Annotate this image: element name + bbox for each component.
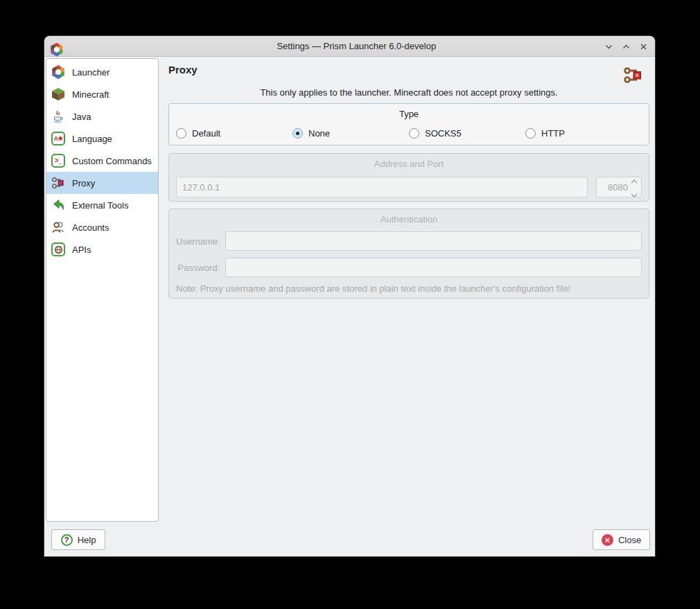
radio-option-default[interactable]: Default (176, 128, 292, 139)
prism-logo-icon (51, 64, 66, 80)
maximize-icon[interactable] (621, 42, 631, 51)
sidebar-item-custom-commands[interactable]: >_ Custom Commands (46, 150, 158, 172)
terminal-icon: >_ (51, 153, 66, 168)
radio-option-socks5[interactable]: SOCKS5 (409, 128, 525, 139)
radio-default-indicator (176, 128, 186, 139)
group-title-type: Type (176, 109, 642, 119)
close-button-label: Close (618, 535, 641, 545)
username-input (225, 231, 642, 251)
external-tools-arrow-icon (51, 197, 66, 213)
sidebar-item-proxy[interactable]: Proxy (46, 172, 158, 194)
address-port-group: Address and Port 8080 (168, 153, 649, 202)
proxy-info-note: This only applies to the launcher. Minec… (168, 87, 649, 98)
accounts-person-icon (51, 220, 66, 235)
radio-option-http[interactable]: HTTP (525, 128, 642, 139)
proxy-address-input (176, 177, 588, 197)
spin-up-icon (631, 174, 638, 186)
auth-plaintext-note: Note: Proxy username and password are st… (176, 283, 642, 294)
group-title-address-port: Address and Port (176, 159, 642, 169)
help-button-label: Help (78, 535, 96, 545)
password-label: Password: (176, 263, 220, 273)
close-window-icon[interactable] (638, 42, 648, 51)
proxy-nodes-icon (51, 175, 66, 191)
sidebar-item-java[interactable]: Java (46, 105, 158, 127)
window-controls (604, 36, 648, 57)
password-input (225, 258, 642, 277)
settings-window: Settings — Prism Launcher 6.0-develop La… (44, 36, 655, 556)
proxy-port-value: 8080 (608, 182, 628, 193)
radio-http-indicator (525, 128, 536, 139)
titlebar[interactable]: Settings — Prism Launcher 6.0-develop (44, 36, 655, 57)
group-title-authentication: Authentication (176, 214, 642, 224)
proxy-type-group: Type Default None SOCKS5 (168, 103, 649, 145)
close-button[interactable]: × Close (593, 529, 650, 550)
globe-icon (51, 242, 66, 257)
translate-icon: A✱ (51, 131, 66, 146)
close-icon: × (602, 534, 613, 546)
sidebar-item-external-tools[interactable]: External Tools (46, 194, 158, 216)
page-title: Proxy (168, 64, 649, 76)
spin-down-icon (631, 188, 638, 200)
minimize-icon[interactable] (604, 42, 613, 51)
radio-option-none[interactable]: None (292, 128, 409, 139)
sidebar-item-language[interactable]: A✱ Language (46, 127, 158, 150)
help-button[interactable]: ? Help (51, 529, 105, 550)
desktop-background: Settings — Prism Launcher 6.0-develop La… (0, 0, 700, 609)
proxy-settings-page: Proxy This only applies to the launcher.… (168, 57, 649, 529)
settings-category-list: Launcher Minecraft (46, 58, 159, 522)
grass-block-icon (51, 87, 66, 102)
help-icon: ? (61, 534, 73, 546)
proxy-port-spinner: 8080 (596, 177, 642, 197)
radio-none-indicator (292, 128, 303, 139)
proxy-page-icon (623, 66, 644, 87)
sidebar-item-launcher[interactable]: Launcher (46, 61, 158, 83)
authentication-group: Authentication Username: Password: Note:… (168, 209, 649, 299)
sidebar-item-apis[interactable]: APIs (46, 238, 158, 261)
radio-socks5-indicator (409, 128, 419, 139)
java-cup-icon (51, 109, 66, 124)
sidebar-item-accounts[interactable]: Accounts (46, 216, 158, 238)
window-title: Settings — Prism Launcher 6.0-develop (58, 41, 655, 51)
username-label: Username: (176, 236, 220, 247)
sidebar-item-minecraft[interactable]: Minecraft (46, 83, 158, 105)
